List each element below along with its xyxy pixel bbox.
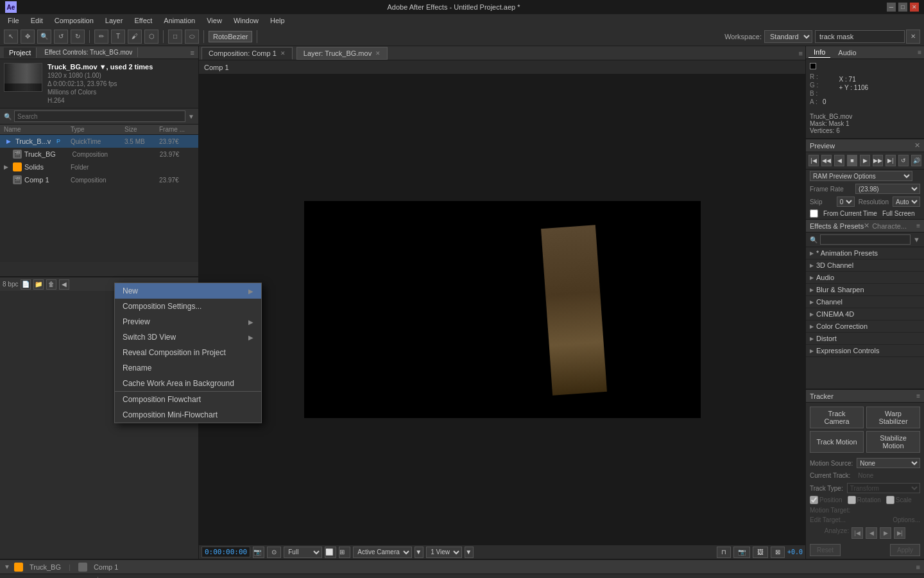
skip-select[interactable]: 0 [837,197,855,207]
file-item-truck-bg[interactable]: 🎬 Truck_BG Composition 23.97€ [0,148,198,161]
info-panel-menu[interactable]: ≡ [918,49,921,56]
delete-button[interactable]: 🗑 [46,279,56,290]
show-snapshot-btn[interactable]: 🖼 [753,547,768,558]
file-item-truck-mov[interactable]: ▶ Truck_B...v P QuickTime 3.5 MB 23.97€ [0,135,198,148]
tool-text[interactable]: T [111,30,125,44]
analyze-fwd-all-btn[interactable]: ▶| [894,527,905,539]
ctx-new[interactable]: New ▶ [115,283,261,299]
ctx-cache[interactable]: Cache Work Area in Background [115,376,261,391]
menu-layer[interactable]: Layer [100,15,128,26]
snapshot-btn[interactable]: 📷 [733,547,750,558]
tool-stamp[interactable]: ⬡ [144,30,158,44]
step-fwd-btn[interactable]: ▶▶ [873,155,883,166]
maximize-button[interactable]: □ [898,3,907,12]
menu-effect[interactable]: Effect [129,15,157,26]
camera-select[interactable]: Active Camera [353,547,412,558]
effects-close-btn[interactable]: ✕ [864,222,869,230]
viewport[interactable] [199,74,805,545]
ctx-comp-settings[interactable]: Composition Settings... [115,299,261,314]
effect-audio[interactable]: ▶ Audio [806,272,924,284]
project-tab[interactable]: Project [4,48,37,58]
effect-animation-presets[interactable]: ▶ * Animation Presets [806,247,924,259]
menu-edit[interactable]: Edit [26,15,48,26]
menu-view[interactable]: View [201,15,227,26]
menu-animation[interactable]: Animation [158,15,200,26]
track-motion-btn[interactable]: Track Motion [810,431,864,453]
preview-menu-icon[interactable]: ✕ [914,141,920,150]
effect-cinema4d[interactable]: ▶ CINEMA 4D [806,308,924,320]
resolution-select[interactable]: FullHalfQuarterAuto [284,547,322,558]
ram-preview-select[interactable]: RAM Preview Options [810,171,912,181]
minimize-button[interactable]: ─ [887,3,896,12]
ctx-mini-flowchart[interactable]: Composition Mini-Flowchart [115,407,261,423]
motion-blur-btn[interactable]: ⊙ [267,547,281,558]
tool-shape[interactable]: □ [168,30,182,44]
resolution-preview-select[interactable]: Auto [893,197,920,207]
tool-pen[interactable]: ✏ [94,30,108,44]
motion-source-select[interactable]: None [857,458,920,468]
menu-window[interactable]: Window [228,15,264,26]
view-select[interactable]: 1 View [426,547,462,558]
ctx-reveal-comp[interactable]: Reveal Composition in Project [115,345,261,360]
loop-btn[interactable]: ↺ [898,155,909,166]
skip-to-end-btn[interactable]: ▶| [886,155,896,166]
effect-blur-sharpen[interactable]: ▶ Blur & Sharpen [806,284,924,296]
panel-menu-icon[interactable]: ≡ [191,49,194,57]
warp-stabilizer-btn[interactable]: Warp Stabilizer [866,407,920,428]
apply-btn[interactable]: Apply [890,544,920,556]
stabilize-motion-btn[interactable]: Stabilize Motion [866,431,920,453]
skip-to-start-btn[interactable]: |◀ [809,155,819,166]
prev-button[interactable]: ◀ [59,279,69,290]
comp-tab-layer[interactable]: Layer: Truck_BG.mov ✕ [296,47,388,60]
audio-btn[interactable]: 🔊 [911,155,921,166]
file-expand-solids[interactable]: ▶ [4,164,10,170]
play-btn[interactable]: ▶ [860,155,870,166]
workspace-select[interactable]: Standard [764,30,812,43]
grid-btn[interactable]: ⊞ [339,547,350,558]
analyze-fwd-btn[interactable]: ▶ [880,527,891,539]
region-btn[interactable]: ⬜ [325,547,336,558]
effect-expression-controls[interactable]: ▶ Expression Controls [806,345,924,357]
tool-select[interactable]: ↖ [4,30,18,44]
effects-search-input[interactable] [820,234,911,245]
close-button[interactable]: ✕ [910,3,919,12]
safe-zones-btn[interactable]: ⊓ [717,547,731,558]
layer-tab-close[interactable]: ✕ [375,50,381,57]
comp-tab-close[interactable]: ✕ [280,50,286,57]
comp-tab-menu[interactable]: ≡ [799,49,803,57]
tool-orbit2[interactable]: ↻ [71,30,85,44]
track-camera-btn[interactable]: Track Camera [810,407,864,428]
project-search-input[interactable] [14,110,185,122]
from-current-checkbox[interactable] [810,209,818,218]
ctx-flowchart[interactable]: Composition Flowchart [115,391,261,407]
analyze-back-btn[interactable]: ◀ [866,527,877,539]
info-tab[interactable]: Info [809,47,830,58]
stop-btn[interactable]: ■ [847,155,857,166]
tool-move[interactable]: ✥ [21,30,35,44]
transform-btn[interactable]: ⊠ [771,547,785,558]
timeline-expand-icon[interactable]: ▼ [4,563,10,570]
camera-dropdown[interactable]: ▼ [415,547,424,558]
new-folder-button[interactable]: 📁 [33,279,44,290]
main-search-input[interactable] [815,30,905,43]
frame-rate-select[interactable]: (23.98) [855,184,920,194]
search-clear-button[interactable]: ✕ [906,30,920,44]
effect-distort[interactable]: ▶ Distort [806,333,924,345]
effect-controls-tab[interactable]: Effect Controls: Truck_BG.mov [39,48,138,57]
file-item-comp1[interactable]: 🎬 Comp 1 Composition 23.97€ [0,173,198,186]
menu-help[interactable]: Help [265,15,290,26]
effect-3d-channel[interactable]: ▶ 3D Channel [806,259,924,272]
project-search-dropdown[interactable]: ▼ [188,113,194,120]
analyze-back-all-btn[interactable]: |◀ [851,527,863,539]
effect-channel[interactable]: ▶ Channel [806,296,924,308]
tracker-menu-icon[interactable]: ≡ [916,392,920,399]
camera-icon[interactable]: 📷 [253,547,264,558]
ctx-switch-3d[interactable]: Switch 3D View ▶ [115,329,261,345]
audio-tab[interactable]: Audio [833,48,861,58]
menu-file[interactable]: File [3,15,24,26]
effect-color-correction[interactable]: ▶ Color Correction [806,320,924,333]
step-back-btn[interactable]: ◀◀ [821,155,832,166]
track-type-select[interactable]: Transform [847,483,920,493]
comp-tab-comp1[interactable]: Composition: Comp 1 ✕ [201,47,293,60]
tool-brush[interactable]: 🖌 [128,30,142,44]
